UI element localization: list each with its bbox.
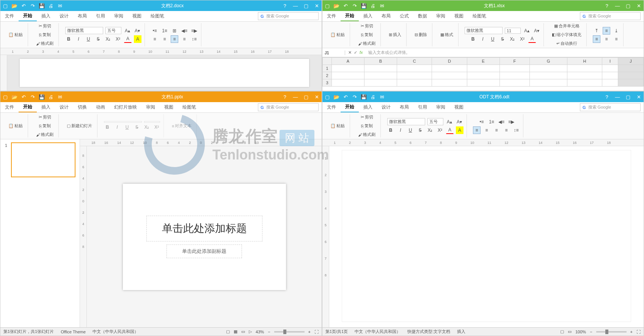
new-doc-icon[interactable]: ▢ bbox=[3, 94, 8, 99]
save-icon[interactable]: 💾 bbox=[361, 3, 366, 8]
help-icon[interactable]: ? bbox=[604, 3, 609, 8]
print-icon[interactable]: 🖨 bbox=[48, 3, 53, 8]
col-header[interactable]: C bbox=[397, 58, 432, 65]
col-header[interactable]: J bbox=[618, 58, 643, 65]
slide-title-placeholder[interactable]: 单击此处添加标题 bbox=[146, 216, 262, 241]
document-page[interactable] bbox=[20, 59, 309, 87]
zoom-in-icon[interactable]: + bbox=[308, 330, 311, 334]
superscript-button[interactable]: X² bbox=[518, 35, 526, 43]
view-slideshow-icon[interactable]: ▷ bbox=[249, 329, 252, 334]
menu-home[interactable]: 开始 bbox=[19, 102, 37, 112]
menu-design[interactable]: 设计 bbox=[55, 102, 73, 112]
format-painter-button[interactable]: 🖌 格式刷 bbox=[34, 131, 55, 139]
shrink-font-icon[interactable]: A▾ bbox=[134, 27, 141, 35]
print-icon[interactable]: 🖨 bbox=[48, 94, 53, 99]
document-page[interactable] bbox=[342, 150, 631, 322]
menu-slideshow[interactable]: 幻灯片放映 bbox=[110, 102, 141, 112]
fit-window-icon[interactable]: ⛶ bbox=[636, 330, 641, 334]
accept-formula-icon[interactable]: ✓ bbox=[354, 50, 357, 55]
new-doc-icon[interactable]: ▢ bbox=[325, 3, 330, 8]
menu-review[interactable]: 审阅 bbox=[110, 11, 128, 21]
copy-button[interactable]: ⎘ 复制 bbox=[37, 31, 53, 39]
menu-file[interactable]: 文件 bbox=[0, 11, 19, 21]
bold-button[interactable]: B bbox=[469, 35, 477, 43]
menu-design[interactable]: 设计 bbox=[377, 102, 395, 112]
copy-button[interactable]: ⎘ 复制 bbox=[359, 122, 375, 130]
menu-file[interactable]: 文件 bbox=[322, 102, 341, 112]
font-color-button[interactable]: A bbox=[528, 35, 536, 43]
align-left-button[interactable]: ≡ bbox=[151, 35, 159, 43]
slide-thumbnail[interactable]: 1 bbox=[11, 142, 75, 177]
menu-layout[interactable]: 布局 bbox=[395, 102, 413, 112]
menu-review[interactable]: 审阅 bbox=[432, 102, 450, 112]
redo-icon[interactable]: ↷ bbox=[352, 3, 357, 8]
formula-input[interactable]: 输入文本或公式详情。 bbox=[366, 50, 644, 55]
view-print-icon[interactable]: ▢ bbox=[560, 329, 564, 334]
slide-canvas[interactable]: 单击此处添加标题 单击此处添加副标题 bbox=[123, 184, 286, 290]
format-cells-button[interactable]: ▦格式 bbox=[438, 31, 455, 39]
col-header[interactable]: I bbox=[602, 58, 618, 65]
italic-button[interactable]: I bbox=[397, 126, 404, 134]
zoom-slider[interactable] bbox=[596, 331, 627, 333]
col-header[interactable]: F bbox=[499, 58, 530, 65]
fontsize-select[interactable]: 五号 bbox=[427, 118, 443, 125]
align-justify-button[interactable]: ≡ bbox=[181, 35, 188, 43]
redo-icon[interactable]: ↷ bbox=[30, 3, 35, 8]
row-header[interactable]: 3 bbox=[323, 79, 332, 87]
col-header[interactable]: D bbox=[432, 58, 467, 65]
align-mid-button[interactable]: ≡ bbox=[603, 27, 610, 35]
zoom-slider[interactable] bbox=[274, 331, 305, 333]
fx-icon[interactable]: fx bbox=[360, 50, 363, 55]
underline-button[interactable]: U bbox=[407, 126, 414, 134]
close-icon[interactable]: ✕ bbox=[314, 94, 319, 99]
align-center-button[interactable]: ≡ bbox=[483, 126, 490, 134]
paste-button[interactable]: 📋粘贴 bbox=[328, 122, 347, 130]
align-left-button[interactable]: ≡ bbox=[473, 126, 481, 134]
indent-inc-button[interactable]: ≡▶ bbox=[190, 27, 198, 35]
strike-button[interactable]: S̶ bbox=[416, 126, 424, 134]
col-header[interactable]: A bbox=[332, 58, 364, 65]
menu-animation[interactable]: 动画 bbox=[91, 102, 110, 112]
italic-button[interactable]: I bbox=[479, 35, 487, 43]
line-spacing-button[interactable]: ↕≡ bbox=[512, 126, 520, 134]
maximize-icon[interactable]: ▢ bbox=[625, 3, 631, 8]
menu-home[interactable]: 开始 bbox=[341, 102, 359, 112]
search-input[interactable]: G搜索 Google bbox=[258, 103, 319, 111]
col-header[interactable]: G bbox=[530, 58, 567, 65]
menu-draw[interactable]: 绘图笔 bbox=[146, 11, 169, 21]
col-header[interactable]: E bbox=[467, 58, 499, 65]
menu-view[interactable]: 视图 bbox=[450, 11, 468, 21]
cut-button[interactable]: ✂ 剪切 bbox=[359, 22, 375, 30]
menu-review[interactable]: 审阅 bbox=[432, 11, 450, 21]
open-icon[interactable]: 📂 bbox=[12, 94, 17, 99]
zoom-out-icon[interactable]: − bbox=[268, 330, 270, 334]
copy-button[interactable]: ⎘ 复制 bbox=[359, 31, 375, 39]
align-center-button[interactable]: ≡ bbox=[603, 35, 610, 43]
font-color-button[interactable]: A bbox=[446, 126, 454, 134]
highlight-button[interactable]: A bbox=[134, 35, 141, 43]
menu-formula[interactable]: 公式 bbox=[395, 11, 413, 21]
align-right-button[interactable]: ≡ bbox=[493, 126, 500, 134]
menu-transition[interactable]: 切换 bbox=[73, 102, 91, 112]
menu-refs[interactable]: 引用 bbox=[91, 11, 110, 21]
highlight-button[interactable]: A bbox=[456, 126, 463, 134]
undo-icon[interactable]: ↶ bbox=[21, 3, 26, 8]
menu-file[interactable]: 文件 bbox=[322, 11, 341, 21]
indent-dec-button[interactable]: ◀≡ bbox=[181, 27, 188, 35]
col-header[interactable]: B bbox=[364, 58, 397, 65]
menu-view[interactable]: 视图 bbox=[160, 102, 178, 112]
fit-window-icon[interactable]: ⛶ bbox=[314, 330, 319, 334]
zoom-out-icon[interactable]: − bbox=[590, 330, 592, 334]
font-select[interactable]: 微软雅黑 bbox=[465, 27, 503, 34]
grow-font-icon[interactable]: A▴ bbox=[446, 118, 453, 126]
cut-button[interactable]: ✂ 剪切 bbox=[37, 22, 53, 30]
menu-view[interactable]: 视图 bbox=[450, 102, 468, 112]
cut-button[interactable]: ✂ 剪切 bbox=[359, 113, 375, 121]
close-icon[interactable]: ✕ bbox=[636, 3, 641, 8]
search-input[interactable]: G搜索 Google bbox=[580, 103, 641, 111]
superscript-button[interactable]: X² bbox=[114, 35, 122, 43]
row-header[interactable]: 1 bbox=[323, 65, 332, 72]
search-input[interactable]: G搜索 Google bbox=[258, 12, 319, 20]
font-color-button[interactable]: A bbox=[124, 35, 132, 43]
format-painter-button[interactable]: 🖌 格式刷 bbox=[34, 39, 55, 47]
